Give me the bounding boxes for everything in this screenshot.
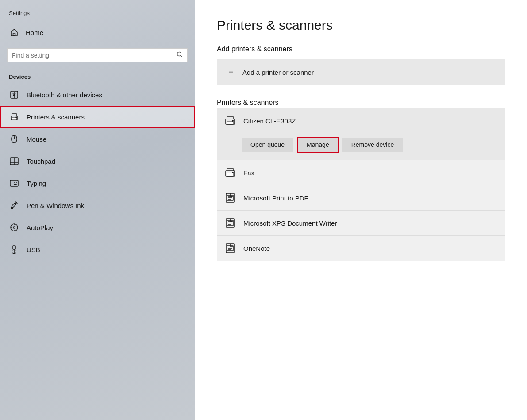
printer-name-xps: Microsoft XPS Document Writer: [243, 220, 337, 227]
printer-item-xps[interactable]: Microsoft XPS Document Writer: [217, 211, 505, 236]
open-queue-button[interactable]: Open queue: [242, 138, 293, 152]
sidebar-item-touchpad-label: Touchpad: [27, 158, 55, 165]
printer-item-fax[interactable]: Fax: [217, 160, 505, 185]
printer-name-pdf: Microsoft Print to PDF: [243, 194, 308, 202]
printer-item-citizen[interactable]: Citizen CL-E303Z Open queue Manage Remov…: [217, 108, 505, 160]
search-box[interactable]: [7, 48, 188, 62]
svg-rect-5: [12, 118, 16, 120]
typing-icon: [9, 178, 19, 189]
printer-actions-citizen: Open queue Manage Remove device: [224, 134, 498, 154]
sidebar-item-bluetooth-label: Bluetooth & other devices: [27, 91, 102, 99]
sidebar-item-mouse[interactable]: Mouse: [0, 128, 195, 150]
sidebar-item-autoplay[interactable]: AutoPlay: [0, 216, 195, 239]
svg-point-33: [232, 172, 233, 173]
svg-rect-29: [227, 121, 233, 124]
search-icon: [177, 51, 183, 59]
sidebar: Settings Home Devices Bluetooth & oth: [0, 0, 195, 420]
svg-rect-14: [10, 180, 18, 186]
printer-item-citizen-header: Citizen CL-E303Z: [224, 115, 498, 127]
sidebar-item-mouse-label: Mouse: [27, 135, 46, 143]
home-icon: [9, 27, 19, 38]
settings-title: Settings: [0, 0, 195, 21]
svg-line-26: [12, 250, 13, 250]
bluetooth-icon: [9, 89, 19, 100]
printer-nav-icon: [9, 112, 19, 122]
printer-item-fax-icon: [224, 166, 236, 179]
svg-point-21: [11, 207, 13, 209]
printers-section-header: Printers & scanners: [217, 99, 505, 107]
svg-point-1: [177, 52, 181, 56]
printer-name-citizen: Citizen CL-E303Z: [243, 117, 296, 125]
printer-item-pdf-icon: [224, 192, 236, 204]
pen-icon: [9, 200, 19, 211]
home-nav-item[interactable]: Home: [0, 21, 195, 44]
add-printer-button[interactable]: + Add a printer or scanner: [217, 59, 505, 85]
add-printer-label: Add a printer or scanner: [242, 69, 314, 76]
sidebar-item-printers[interactable]: Printers & scanners: [0, 106, 195, 128]
svg-point-6: [16, 117, 17, 118]
sidebar-item-usb[interactable]: USB: [0, 239, 195, 261]
svg-rect-24: [13, 246, 15, 249]
sidebar-item-touchpad[interactable]: Touchpad: [0, 150, 195, 172]
main-content: Printers & scanners Add printers & scann…: [195, 0, 527, 420]
sidebar-item-typing-label: Typing: [27, 180, 46, 187]
svg-rect-0: [13, 33, 15, 36]
svg-line-20: [15, 203, 16, 204]
add-section-header: Add printers & scanners: [217, 45, 505, 53]
printer-list: Citizen CL-E303Z Open queue Manage Remov…: [217, 108, 505, 261]
printer-item-pdf[interactable]: Microsoft Print to PDF: [217, 185, 505, 211]
printer-name-onenote: OneNote: [243, 245, 270, 252]
sidebar-item-typing[interactable]: Typing: [0, 172, 195, 194]
svg-line-2: [181, 56, 183, 58]
svg-rect-32: [227, 173, 233, 176]
sidebar-item-printers-label: Printers & scanners: [27, 113, 85, 121]
svg-point-22: [11, 224, 18, 231]
plus-icon: +: [226, 67, 236, 77]
svg-line-27: [15, 250, 16, 250]
printer-item-citizen-icon: [224, 115, 236, 127]
sidebar-item-pen[interactable]: Pen & Windows Ink: [0, 194, 195, 216]
manage-button[interactable]: Manage: [298, 138, 338, 152]
sidebar-item-bluetooth[interactable]: Bluetooth & other devices: [0, 84, 195, 106]
home-label: Home: [26, 29, 43, 36]
printer-item-xps-icon: [224, 217, 236, 229]
sidebar-item-autoplay-label: AutoPlay: [27, 224, 53, 231]
search-input[interactable]: [12, 52, 173, 59]
sidebar-item-pen-label: Pen & Windows Ink: [27, 202, 84, 209]
mouse-icon: [9, 134, 19, 144]
sidebar-item-usb-label: USB: [27, 246, 40, 254]
svg-point-23: [13, 227, 15, 228]
remove-device-button[interactable]: Remove device: [342, 138, 403, 152]
touchpad-icon: [9, 156, 19, 166]
printer-item-onenote[interactable]: OneNote: [217, 236, 505, 261]
usb-icon: [9, 244, 19, 255]
devices-section-label: Devices: [0, 69, 195, 84]
printer-name-fax: Fax: [243, 169, 254, 177]
page-title: Printers & scanners: [217, 18, 505, 33]
autoplay-icon: [9, 222, 19, 233]
svg-point-30: [232, 120, 233, 121]
printer-item-onenote-icon: [224, 242, 236, 254]
